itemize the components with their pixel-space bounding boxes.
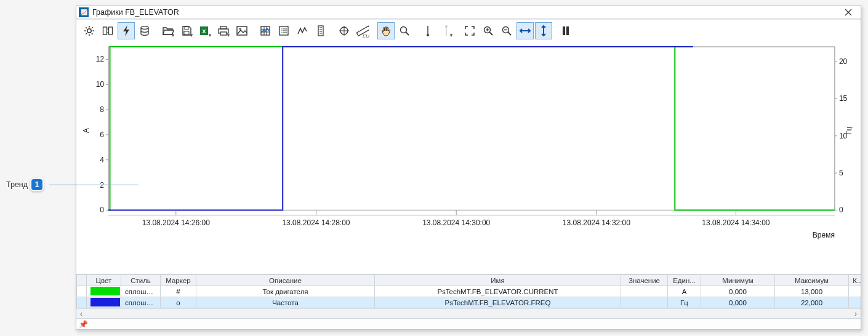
save-button[interactable]: ▼ — [178, 22, 195, 39]
cell-color[interactable] — [87, 297, 121, 308]
cell-name[interactable]: PsTechMT.FB_ELEVATOR.CURRENT — [375, 286, 621, 297]
stretch-x-button[interactable] — [516, 22, 534, 39]
pause-button[interactable] — [557, 22, 574, 39]
cell-min[interactable]: 0,000 — [701, 286, 775, 297]
svg-text:13.08.2024 14:28:00: 13.08.2024 14:28:00 — [282, 218, 350, 227]
svg-point-41 — [401, 27, 407, 33]
svg-text:X: X — [202, 28, 206, 34]
signals-table: Цвет Стиль Маркер Описание Имя Значение … — [76, 274, 861, 318]
zoom-out-button[interactable] — [498, 22, 515, 39]
scale-button[interactable] — [312, 22, 329, 39]
hscrollbar[interactable]: ‹ › — [76, 308, 861, 318]
cell-min[interactable]: 0,000 — [701, 297, 775, 308]
col-style[interactable]: Стиль — [121, 275, 161, 286]
row-handle[interactable] — [77, 297, 87, 308]
series-line — [108, 47, 835, 210]
col-units[interactable]: Един... — [668, 275, 701, 286]
col-color[interactable]: Цвет — [87, 275, 121, 286]
snapshot-button[interactable] — [233, 22, 251, 39]
cell-unit[interactable]: А — [668, 286, 701, 297]
toolbar: ▼ ▼ X▼ ▼ EU ▼ — [76, 20, 861, 42]
svg-text:12: 12 — [96, 55, 105, 63]
chart-area[interactable]: 13.08.2024 14:26:0013.08.2024 14:28:0013… — [76, 42, 861, 274]
annotation-number: 1 — [30, 178, 44, 191]
svg-text:Время: Время — [813, 231, 835, 239]
svg-text:13.08.2024 14:32:00: 13.08.2024 14:32:00 — [563, 218, 630, 227]
cell-value[interactable] — [621, 297, 668, 308]
svg-line-6 — [92, 33, 93, 34]
export-excel-button[interactable]: X▼ — [196, 22, 214, 39]
magnifier-button[interactable] — [396, 22, 413, 39]
annotation-leader — [49, 185, 139, 185]
open-button[interactable]: ▼ — [159, 22, 177, 39]
cell-more[interactable] — [849, 297, 861, 308]
pin-button[interactable]: 📌 — [79, 320, 88, 329]
svg-line-52 — [508, 32, 511, 35]
col-handle[interactable] — [77, 275, 87, 286]
svg-text:10: 10 — [96, 80, 105, 89]
hand-button[interactable] — [377, 22, 395, 39]
titlebar[interactable]: 📈 Графики FB_ELEVATOR — [76, 6, 861, 19]
cell-marker[interactable]: # — [161, 286, 196, 297]
svg-text:13.08.2024 14:30:00: 13.08.2024 14:30:00 — [422, 218, 490, 227]
app-icon: 📈 — [79, 7, 89, 17]
cell-unit[interactable]: Гц — [668, 297, 701, 308]
cell-style[interactable]: сплошная — [121, 286, 161, 297]
online-button[interactable] — [118, 22, 135, 39]
cell-style[interactable]: сплошная — [121, 297, 161, 308]
table-row[interactable]: сплошная#Ток двигателяPsTechMT.FB_ELEVAT… — [77, 286, 861, 297]
zoom-in-button[interactable] — [480, 22, 497, 39]
scroll-right-icon[interactable]: › — [851, 309, 861, 319]
fit-button[interactable] — [461, 22, 478, 39]
ruler-button[interactable]: EU — [354, 22, 371, 39]
svg-text:5: 5 — [839, 169, 843, 177]
svg-line-42 — [406, 32, 409, 35]
close-button[interactable] — [840, 7, 857, 17]
col-more[interactable]: К... — [849, 275, 861, 286]
connect-button[interactable] — [99, 22, 116, 39]
antialias-button[interactable] — [294, 22, 311, 39]
cell-name[interactable]: PsTechMT.FB_ELEVATOR.FREQ — [375, 297, 621, 308]
row-handle[interactable] — [77, 286, 87, 297]
svg-point-23 — [239, 28, 241, 30]
table-row[interactable]: сплошнаяoЧастотаPsTechMT.FB_ELEVATOR.FRE… — [77, 297, 861, 308]
svg-line-8 — [86, 33, 87, 34]
svg-rect-16 — [184, 31, 189, 34]
col-max[interactable]: Максимум — [775, 275, 849, 286]
min-marker-button[interactable] — [419, 22, 436, 39]
svg-point-45 — [445, 25, 448, 28]
settings-button[interactable] — [81, 22, 98, 39]
col-name[interactable]: Имя — [375, 275, 621, 286]
cell-color[interactable] — [87, 286, 121, 297]
cell-max[interactable]: 22,000 — [775, 297, 849, 308]
col-value[interactable]: Значение — [621, 275, 668, 286]
col-min[interactable]: Минимум — [701, 275, 775, 286]
svg-text:10: 10 — [839, 132, 848, 140]
max-marker-button[interactable]: ▼ — [438, 22, 455, 39]
database-button[interactable] — [136, 22, 153, 39]
col-desc[interactable]: Описание — [196, 275, 375, 286]
stretch-y-button[interactable] — [535, 22, 552, 39]
col-marker[interactable]: Маркер — [161, 275, 196, 286]
svg-rect-58 — [108, 47, 835, 210]
scroll-left-icon[interactable]: ‹ — [76, 309, 86, 319]
cell-desc[interactable]: Ток двигателя — [196, 286, 375, 297]
cell-more[interactable] — [849, 286, 861, 297]
svg-text:A: A — [82, 128, 90, 133]
trend-window: 📈 Графики FB_ELEVATOR ▼ ▼ X▼ ▼ — [76, 5, 861, 330]
cell-desc[interactable]: Частота — [196, 297, 375, 308]
legend-button[interactable] — [275, 22, 292, 39]
svg-rect-56 — [563, 26, 565, 35]
svg-line-48 — [489, 32, 492, 35]
crosshair-button[interactable] — [336, 22, 353, 39]
cell-max[interactable]: 13,000 — [775, 286, 849, 297]
svg-point-14 — [141, 26, 148, 30]
cell-marker[interactable]: o — [161, 297, 196, 308]
svg-text:15: 15 — [839, 94, 848, 103]
svg-marker-13 — [123, 25, 129, 36]
svg-text:0: 0 — [839, 206, 843, 214]
cell-value[interactable] — [621, 286, 668, 297]
svg-text:8: 8 — [100, 105, 104, 114]
grid-button[interactable] — [257, 22, 274, 39]
print-button[interactable]: ▼ — [215, 22, 232, 39]
